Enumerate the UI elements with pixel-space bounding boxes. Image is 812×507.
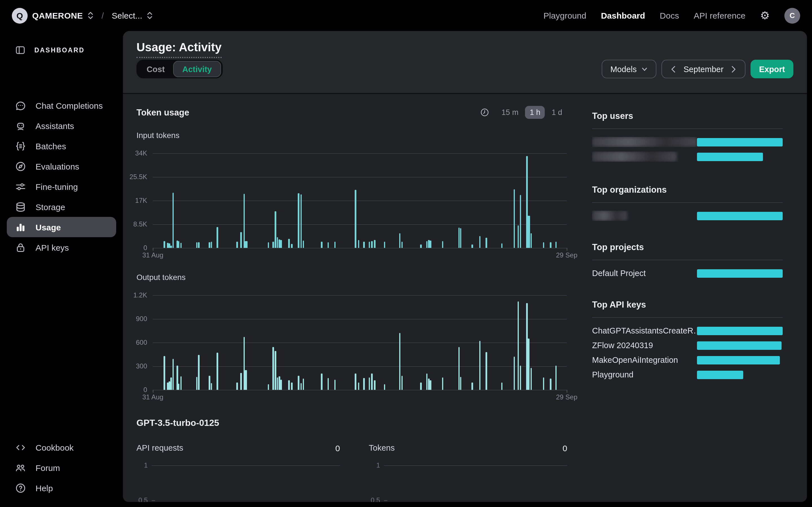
top-nav-dashboard[interactable]: Dashboard — [601, 11, 645, 20]
chart-bar — [399, 333, 401, 390]
output-tokens-label: Output tokens — [137, 273, 186, 282]
gridline — [153, 153, 567, 154]
chart-bar — [288, 380, 290, 390]
input-tokens-label: Input tokens — [137, 131, 180, 140]
top-nav-docs[interactable]: Docs — [660, 11, 679, 20]
granularity-15m[interactable]: 15 m — [497, 106, 523, 119]
x-axis-start-label: 31 Aug — [142, 393, 163, 401]
app: Q QAMERONE / Select... PlaygroundDashboa… — [0, 0, 812, 507]
chart-bar — [196, 242, 197, 248]
chart-bar — [371, 374, 372, 390]
tick-dash — [384, 500, 388, 501]
chart-bar — [458, 228, 460, 248]
chart-bar — [217, 353, 218, 390]
sidebar-item-label: Batches — [36, 141, 66, 151]
chart-bar — [170, 378, 172, 390]
main-panel: Usage: Activity CostActivity Models Sept… — [123, 31, 807, 502]
sidebar-item-forum[interactable]: Forum — [7, 457, 116, 478]
sidebar-footer: CookbookForumHelp — [0, 437, 123, 498]
sidebar-item-cookbook[interactable]: Cookbook — [7, 437, 116, 457]
sidebar-item-api-keys[interactable]: API keys — [7, 237, 116, 258]
leaderboard-row-label: Playground — [592, 370, 697, 379]
gridline — [153, 319, 567, 320]
granularity-1h[interactable]: 1 h — [525, 106, 545, 119]
chart-bar — [211, 242, 212, 248]
chart-bar — [300, 194, 302, 248]
chart-bar — [244, 193, 245, 248]
sidebar-item-batches[interactable]: Batches — [7, 136, 116, 156]
sidebar-item-evaluations[interactable]: Evaluations — [7, 156, 116, 176]
models-dropdown[interactable]: Models — [602, 60, 657, 78]
chart-bar — [267, 242, 269, 248]
chart-bar — [168, 243, 170, 248]
chart-bar — [178, 384, 180, 390]
chevron-right-icon[interactable] — [730, 65, 737, 73]
chevron-left-icon[interactable] — [670, 65, 677, 73]
chart-bar — [168, 381, 170, 390]
chevron-down-icon — [641, 66, 648, 72]
y-axis-tick-label: 0.5 — [369, 496, 380, 502]
mini-chart-title: API requests — [137, 443, 183, 452]
lock-icon — [15, 241, 27, 253]
chart-bar — [401, 376, 403, 390]
y-axis-tick-label: 1.2K — [133, 291, 147, 299]
x-axis-end-label: 29 Sep — [556, 393, 577, 401]
gridline — [153, 177, 567, 177]
y-axis-tick-label: 900 — [136, 315, 147, 323]
chart-bar — [374, 380, 375, 390]
chart-bar — [513, 356, 515, 390]
assistant-icon — [15, 120, 27, 131]
top-nav-playground[interactable]: Playground — [544, 11, 587, 20]
bar-chart-icon — [15, 221, 27, 233]
chat-icon — [15, 100, 27, 111]
token-usage-heading: Token usage — [137, 108, 189, 118]
user-avatar[interactable]: C — [784, 8, 800, 23]
export-button[interactable]: Export — [751, 60, 794, 78]
leaderboard-bar-track — [697, 269, 783, 277]
chart-bar — [520, 195, 521, 248]
chart-bar — [321, 374, 322, 390]
leaderboard-bar — [697, 269, 783, 277]
chart-bar — [384, 242, 386, 248]
gridline — [153, 224, 567, 225]
leaderboard-row-label — [592, 137, 697, 147]
leaderboard-top-projects: Top projectsDefault Project — [592, 242, 783, 281]
gear-icon[interactable]: ⚙ — [760, 10, 770, 21]
y-axis-tick-label: 600 — [136, 339, 147, 346]
chart-bar — [334, 241, 336, 248]
chart-bar — [501, 382, 502, 390]
chart-bar — [327, 378, 329, 390]
chart-bar — [555, 242, 557, 248]
sidebar-item-storage[interactable]: Storage — [7, 196, 116, 217]
granularity-1d[interactable]: 1 d — [547, 106, 567, 119]
sidebar-header[interactable]: DASHBOARD — [0, 31, 123, 58]
chart-bar — [479, 341, 480, 390]
project-switcher[interactable]: Select... — [112, 11, 153, 20]
sidebar-item-fine-tuning[interactable]: Fine-tuning — [7, 176, 116, 196]
sidebar-item-help[interactable]: Help — [7, 478, 116, 498]
chart-bar — [358, 240, 359, 248]
chart-bar — [442, 378, 443, 390]
view-toggle-cost[interactable]: Cost — [138, 61, 173, 76]
gridline — [153, 201, 567, 201]
view-toggle-activity[interactable]: Activity — [173, 61, 221, 77]
chart-bar — [486, 352, 487, 390]
leaderboard-top-organizations: Top organizations — [592, 185, 783, 223]
chart-bar — [479, 236, 480, 248]
chart-bar — [298, 193, 299, 248]
sidebar-item-chat-completions[interactable]: Chat Completions — [7, 95, 116, 115]
gridline — [153, 248, 567, 248]
chart-bar — [358, 383, 359, 390]
chart-bar — [460, 377, 462, 390]
sidebar-item-assistants[interactable]: Assistants — [7, 115, 116, 136]
month-navigator[interactable]: September — [661, 60, 746, 78]
leaderboard-row-label — [592, 152, 697, 162]
sidebar-item-usage[interactable]: Usage — [7, 217, 116, 237]
output-tokens-chart: 1.2K900600300031 Aug29 Sep — [153, 295, 567, 390]
org-switcher[interactable]: Q QAMERONE — [12, 8, 94, 23]
tokens-mini-chart: Tokens 0 10.5 — [369, 443, 567, 502]
divider — [592, 317, 783, 318]
leaderboard-row-label: ZFlow 20240319 — [592, 341, 697, 350]
top-nav-api-reference[interactable]: API reference — [694, 11, 745, 20]
x-axis-tick — [567, 248, 567, 251]
